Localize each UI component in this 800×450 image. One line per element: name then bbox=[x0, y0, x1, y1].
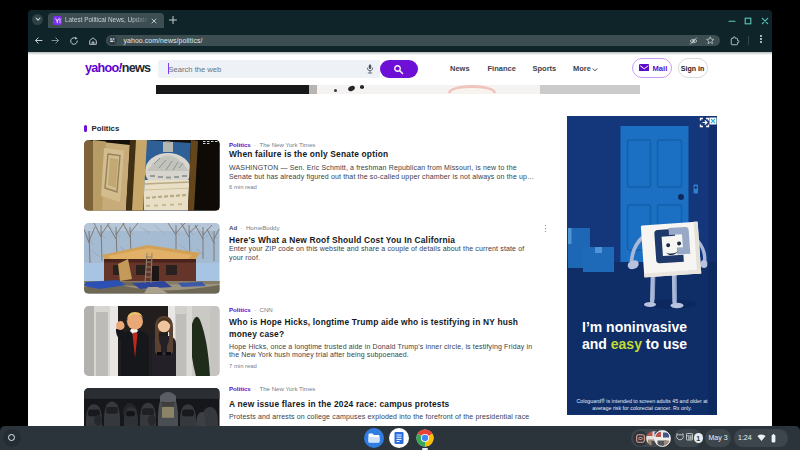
svg-text:I’m noninvasive: I’m noninvasive bbox=[582, 319, 687, 335]
svg-text:average risk for colorectal ca: average risk for colorectal cancer. Rx o… bbox=[592, 405, 691, 411]
svg-text:and easy to use: and easy to use bbox=[582, 336, 687, 352]
svg-text:Cologuard® is intended to scre: Cologuard® is intended to screen adults … bbox=[576, 398, 708, 404]
